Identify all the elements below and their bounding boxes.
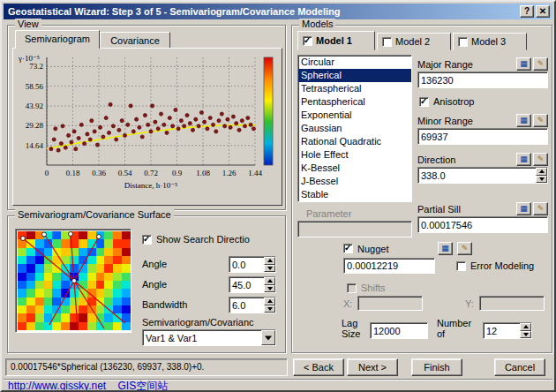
major-range-input[interactable]: 136230 [417, 72, 548, 88]
tab-model-3[interactable]: Model 3 [453, 33, 527, 50]
finish-button-label: Finish [424, 362, 449, 373]
partial-sill-edit-button[interactable]: ✎ [533, 202, 548, 215]
show-search-direction-checkbox[interactable]: Show Search Directio [142, 234, 250, 245]
back-button[interactable]: < Back [293, 358, 344, 376]
direction-row: Direction ▦ ✎ [417, 153, 548, 166]
tab-semivariogram-label: Semivariogram [25, 34, 90, 44]
surface-map[interactable] [15, 229, 131, 333]
model-list-item[interactable]: Hole Effect [298, 148, 411, 162]
nugget-checkbox-row[interactable]: Nugget ▦ ✎ [343, 242, 472, 255]
checkbox-disabled-icon [347, 283, 357, 293]
titlebar[interactable]: Geostatistical Wizard: Step 3 of 5 - Sem… [4, 4, 552, 19]
close-icon: ✕ [539, 6, 546, 16]
angle-direction-input[interactable]: 0.0 [229, 256, 276, 273]
spin-down-icon[interactable] [264, 285, 275, 293]
lag-size-label-line1: Lag [342, 318, 357, 328]
finish-button[interactable]: Finish [411, 358, 462, 376]
lag-size-input[interactable]: 12000 [370, 322, 428, 339]
minor-range-label: Minor Range [417, 116, 473, 126]
nugget-edit-button[interactable]: ✎ [457, 242, 472, 255]
spin-down-icon[interactable] [264, 305, 275, 313]
back-button-label: < Back [304, 362, 334, 373]
model-list-item[interactable]: Rational Quadratic [298, 135, 411, 148]
pencil-icon: ✎ [537, 155, 545, 163]
svg-text:29.28: 29.28 [26, 121, 44, 130]
spin-down-icon[interactable] [520, 331, 531, 339]
tab-model-1[interactable]: Model 1 [297, 31, 375, 50]
model-list-item[interactable]: Exponential [298, 109, 411, 122]
angle-direction-spinner[interactable] [264, 257, 275, 272]
model-list-item[interactable]: Gaussian [298, 122, 411, 135]
partial-sill-input[interactable]: 0.00017546 [417, 216, 548, 233]
model-type-list[interactable]: CircularSphericalTetrasphericalPentasphe… [297, 55, 412, 202]
next-button[interactable]: Next > [347, 358, 398, 376]
model-list-item[interactable]: Circular [298, 56, 411, 69]
close-button[interactable]: ✕ [536, 5, 550, 18]
spin-up-icon[interactable] [264, 298, 275, 305]
direction-edit-button[interactable]: ✎ [533, 153, 548, 166]
model-3-checkbox-icon[interactable] [458, 37, 468, 47]
parameter-label: Parameter [306, 208, 351, 219]
minor-range-edit-button[interactable]: ✎ [533, 114, 548, 127]
spin-up-icon[interactable] [264, 257, 275, 265]
nugget-input[interactable]: 0.00012219 [343, 258, 435, 274]
nugget-label: Nugget [357, 244, 388, 254]
dropdown-arrow-icon[interactable] [261, 330, 275, 345]
angle-tolerance-input[interactable]: 45.0 [229, 276, 276, 293]
bandwidth-input[interactable]: 6.0 [229, 297, 276, 313]
variable-pair-select[interactable]: Var1 & Var1 [142, 329, 276, 346]
direction-auto-button[interactable]: ▦ [516, 153, 531, 166]
search-direction-overlay [18, 231, 131, 330]
model-list-item[interactable]: Stable [298, 188, 411, 201]
semivariogram-covariance-label: Semivariogram/Covarianc [142, 317, 254, 328]
lag-size-label-line2: Size [342, 328, 360, 339]
minor-range-auto-button[interactable]: ▦ [516, 114, 531, 127]
tab-covariance[interactable]: Covariance [100, 32, 170, 49]
number-of-lags-label-line1: Number [437, 318, 471, 328]
number-of-lags-label-line2: of [437, 328, 445, 339]
model-formula-text: 0.00017546*Spherical (136230, 69937, 338… [11, 362, 204, 372]
error-modeling-checkbox[interactable]: Error Modeling [456, 260, 534, 271]
partial-sill-auto-button[interactable]: ▦ [516, 202, 531, 215]
tab-model-2[interactable]: Model 2 [377, 33, 451, 50]
number-of-lags-input[interactable]: 12 [483, 322, 532, 339]
checkbox-checked-icon [343, 244, 353, 253]
major-range-edit-button[interactable]: ✎ [533, 57, 548, 71]
spin-down-icon[interactable] [264, 265, 275, 273]
model-list-item[interactable]: Tetraspherical [298, 82, 411, 95]
direction-spinner[interactable] [536, 168, 547, 183]
number-of-lags-value: 12 [486, 326, 497, 336]
chart-panel: 73.258.5643.9229.2814.6400.180.360.540.7… [12, 48, 282, 206]
help-icon: ? [524, 6, 530, 16]
shift-y-input [479, 296, 545, 311]
nugget-auto-button[interactable]: ▦ [438, 242, 453, 255]
model-list-item[interactable]: Pentaspherical [298, 95, 411, 109]
direction-input[interactable]: 338.0 [417, 167, 548, 184]
model-list-item[interactable]: J-Bessel [298, 175, 411, 188]
number-of-lags-spinner[interactable] [520, 323, 531, 338]
model-1-checkbox-icon[interactable] [303, 36, 312, 46]
major-range-auto-button[interactable]: ▦ [516, 57, 531, 71]
pencil-icon: ✎ [537, 204, 545, 213]
help-button[interactable]: ? [520, 5, 534, 18]
angle-tolerance-spinner[interactable] [264, 277, 275, 292]
tab-model-1-label: Model 1 [316, 35, 352, 46]
minor-range-input[interactable]: 69937 [417, 128, 548, 145]
pencil-icon: ✎ [537, 59, 545, 68]
spin-down-icon[interactable] [536, 176, 547, 184]
model-list-item[interactable]: Spherical [298, 69, 411, 82]
tab-semivariogram[interactable]: Semivariogram [15, 30, 100, 49]
spin-up-icon[interactable] [520, 323, 531, 331]
pencil-icon: ✎ [462, 244, 469, 253]
model-list-item[interactable]: K-Bessel [298, 162, 411, 175]
view-group-label: View [15, 19, 41, 30]
spin-up-icon[interactable] [536, 168, 547, 176]
cancel-button[interactable]: Cancel [494, 358, 545, 376]
cancel-button-label: Cancel [505, 362, 535, 373]
bandwidth-spinner[interactable] [264, 298, 275, 313]
footer-link[interactable]: http://www.gissky.net GIS空间站 [8, 379, 168, 392]
anisotropy-checkbox[interactable]: Anisotrop [419, 96, 474, 107]
surface-group-label: Semivariogram/Covariance Surface [15, 209, 174, 221]
spin-up-icon[interactable] [264, 277, 275, 285]
model-2-checkbox-icon[interactable] [382, 37, 392, 47]
